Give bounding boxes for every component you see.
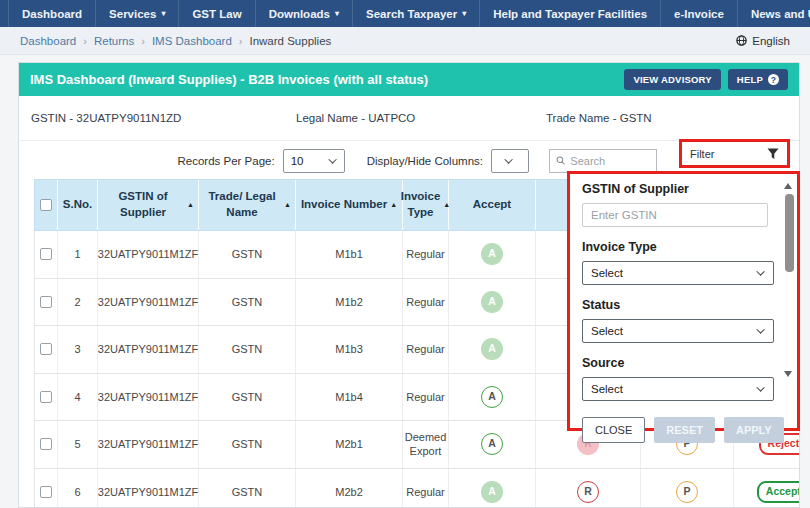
reject-badge[interactable]: R <box>577 481 599 503</box>
breadcrumb-separator: › <box>239 35 243 47</box>
records-per-page-label: Records Per Page: <box>178 155 275 167</box>
row-checkbox[interactable] <box>40 486 52 498</box>
column-header-trade-legal-name[interactable]: Trade/ Legal Name▲ <box>199 180 296 230</box>
view-advisory-button[interactable]: VIEW ADVISORY <box>624 69 720 90</box>
nav-item-label: News and Updates <box>751 8 810 20</box>
filter-gstin-input[interactable] <box>582 203 768 227</box>
globe-icon <box>736 35 747 46</box>
column-header-invoice-type[interactable]: Invoice Type▲ <box>403 180 449 230</box>
close-button[interactable]: CLOSE <box>582 417 645 443</box>
filter-gstin-label: GSTIN of Supplier <box>582 182 771 196</box>
trade-name-value: Trade Name - GSTN <box>546 112 652 140</box>
invoice-type-cell: Regular <box>403 469 449 508</box>
gstin-cell: 32UATPY9011M1ZF <box>98 374 199 421</box>
row-checkbox[interactable] <box>40 343 52 355</box>
apply-button[interactable]: APPLY <box>724 417 784 443</box>
accept-cell: A <box>449 374 536 421</box>
nav-item-label: GST Law <box>192 8 241 20</box>
records-per-page-select[interactable]: 10 <box>283 149 345 173</box>
filter-status-select[interactable]: Select <box>582 319 774 343</box>
column-header-label: Accept <box>473 197 511 213</box>
top-nav: DashboardServices▾GST LawDownloads▾Searc… <box>0 0 810 27</box>
accept-badge[interactable]: A <box>481 291 503 313</box>
trade-name-cell: GSTN <box>199 231 296 278</box>
breadcrumb-link-ims-dashboard[interactable]: IMS Dashboard <box>152 35 232 47</box>
row-checkbox[interactable] <box>40 248 52 260</box>
row-checkbox[interactable] <box>40 438 52 450</box>
column-header-label: Trade/ Legal Name <box>203 189 281 220</box>
gstin-cell: 32UATPY9011M1ZF <box>98 421 199 468</box>
column-header-invoice-number[interactable]: Invoice Number▲ <box>296 180 403 230</box>
table-row: 632UATPY9011M1ZFGSTNM2b2RegularARPAccept… <box>34 469 800 508</box>
filter-status-label: Status <box>582 298 771 312</box>
scrollbar-thumb[interactable] <box>785 194 794 272</box>
accept-badge[interactable]: A <box>481 433 503 455</box>
nav-item-gst-law[interactable]: GST Law <box>179 0 255 27</box>
select-all-checkbox[interactable] <box>40 199 52 211</box>
trade-name-cell: GSTN <box>199 279 296 326</box>
filter-source-select[interactable]: Select <box>582 377 774 401</box>
gstin-cell: 32UATPY9011M1ZF <box>98 469 199 508</box>
column-header-accept: Accept <box>449 180 536 230</box>
gstin-value: GSTIN - 32UATPY9011N1ZD <box>31 112 296 140</box>
row-select-cell <box>34 231 58 278</box>
trade-name-cell: GSTN <box>199 469 296 508</box>
taxpayer-info-row: GSTIN - 32UATPY9011N1ZD Legal Name - UAT… <box>19 96 799 141</box>
help-button[interactable]: HELP ? <box>728 69 788 90</box>
accept-badge[interactable]: A <box>481 386 503 408</box>
column-header-label: Invoice Number <box>301 197 387 213</box>
breadcrumb-link-dashboard[interactable]: Dashboard <box>20 35 76 47</box>
gstin-cell: 32UATPY9011M1ZF <box>98 326 199 373</box>
column-header-s-no: S.No. <box>58 180 98 230</box>
nav-item-help-and-taxpayer-facilities[interactable]: Help and Taxpayer Facilities <box>480 0 661 27</box>
row-select-cell <box>34 374 58 421</box>
invoice-number-cell: M1b4 <box>296 374 403 421</box>
nav-item-search-taxpayer[interactable]: Search Taxpayer▾ <box>353 0 480 27</box>
accept-badge[interactable]: A <box>481 338 503 360</box>
nav-item-downloads[interactable]: Downloads▾ <box>256 0 353 27</box>
invoice-type-cell: Regular <box>403 326 449 373</box>
nav-item-label: Help and Taxpayer Facilities <box>493 8 647 20</box>
display-hide-columns-select[interactable] <box>491 149 529 173</box>
select-value: Select <box>591 383 623 395</box>
status-badge: Accepted <box>757 481 800 503</box>
nav-item-news-and-updates[interactable]: News and Updates <box>738 0 810 27</box>
reject-cell: R <box>536 469 641 508</box>
sort-asc-icon: ▲ <box>187 200 194 209</box>
legal-name-value: Legal Name - UATPCO <box>296 112 546 140</box>
reset-button[interactable]: RESET <box>654 417 715 443</box>
filter-invoice-type-select[interactable]: Select <box>582 261 774 285</box>
scrollbar-down-icon[interactable] <box>784 371 792 377</box>
chevron-down-icon <box>328 155 336 163</box>
invoice-type-cell: Regular <box>403 231 449 278</box>
scrollbar-up-icon[interactable] <box>784 183 792 189</box>
pending-cell: P <box>641 469 734 508</box>
breadcrumb-separator: › <box>141 35 145 47</box>
filter-button[interactable]: Filter <box>679 139 790 168</box>
nav-item-label: e-Invoice <box>674 8 724 20</box>
question-icon: ? <box>768 74 779 85</box>
search-input[interactable] <box>570 155 650 167</box>
filter-funnel-icon <box>767 148 779 160</box>
column-header-label: Invoice Type <box>401 189 441 220</box>
view-advisory-label: VIEW ADVISORY <box>633 74 711 85</box>
pending-badge[interactable]: P <box>676 481 698 503</box>
trade-name-cell: GSTN <box>199 374 296 421</box>
column-header-gstin-of-supplier[interactable]: GSTIN of Supplier▲ <box>98 180 199 230</box>
nav-item-services[interactable]: Services▾ <box>96 0 179 27</box>
accept-cell: A <box>449 469 536 508</box>
accept-badge[interactable]: A <box>481 243 503 265</box>
sort-asc-icon: ▲ <box>284 200 291 209</box>
row-checkbox[interactable] <box>40 296 52 308</box>
records-per-page-value: 10 <box>291 155 304 167</box>
nav-item-dashboard[interactable]: Dashboard <box>8 0 96 27</box>
nav-item-e-invoice[interactable]: e-Invoice <box>661 0 738 27</box>
row-checkbox[interactable] <box>40 391 52 403</box>
invoice-type-cell: Regular <box>403 279 449 326</box>
gstin-cell: 32UATPY9011M1ZF <box>98 279 199 326</box>
filter-panel: GSTIN of Supplier Invoice TypeSelectStat… <box>570 174 797 428</box>
language-switcher[interactable]: English <box>736 35 790 47</box>
accept-badge[interactable]: A <box>481 481 503 503</box>
select-value: Select <box>591 267 623 279</box>
breadcrumb-link-returns[interactable]: Returns <box>94 35 134 47</box>
